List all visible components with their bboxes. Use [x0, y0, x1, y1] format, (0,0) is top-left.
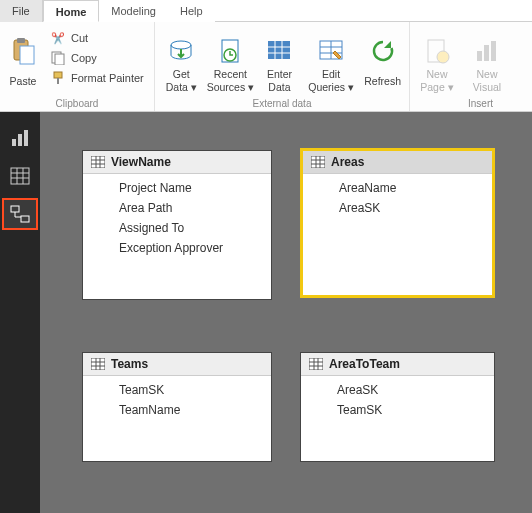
svg-rect-34 — [91, 156, 105, 168]
tab-modeling[interactable]: Modeling — [99, 0, 168, 22]
copy-button[interactable]: Copy — [45, 48, 148, 68]
group-insert-label: Insert — [413, 98, 529, 110]
paste-button[interactable]: Paste — [3, 24, 43, 94]
field[interactable]: Project Name — [83, 178, 271, 198]
format-painter-label: Format Painter — [71, 72, 144, 84]
recent-sources-icon — [215, 36, 245, 66]
svg-rect-39 — [311, 156, 325, 168]
field[interactable]: AreaSK — [303, 198, 492, 218]
table-areatoteam[interactable]: AreaToTeam AreaSK TeamSK — [300, 352, 495, 462]
svg-rect-1 — [17, 38, 25, 43]
table-icon — [309, 358, 323, 370]
tab-file[interactable]: File — [0, 0, 43, 22]
svg-rect-49 — [309, 358, 323, 370]
brush-icon — [49, 71, 67, 85]
tab-help[interactable]: Help — [168, 0, 215, 22]
group-external-label: External data — [158, 98, 406, 110]
svg-rect-23 — [491, 41, 496, 61]
svg-point-7 — [171, 41, 191, 49]
svg-rect-2 — [20, 46, 34, 64]
field[interactable]: Area Path — [83, 198, 271, 218]
table-icon — [311, 156, 325, 168]
format-painter-button[interactable]: Format Painter — [45, 68, 148, 88]
model-view-button[interactable] — [2, 198, 38, 230]
enter-data-icon — [264, 36, 294, 66]
table-title: Areas — [331, 155, 364, 169]
app-tabs: File Home Modeling Help — [0, 0, 532, 22]
new-page-label: New Page ▾ — [420, 68, 453, 94]
table-teams[interactable]: Teams TeamSK TeamName — [82, 352, 272, 462]
table-areas[interactable]: Areas AreaName AreaSK — [300, 148, 495, 298]
field[interactable]: TeamSK — [301, 400, 494, 420]
svg-rect-4 — [55, 54, 64, 65]
copy-icon — [49, 51, 67, 65]
svg-rect-27 — [11, 168, 29, 184]
svg-rect-21 — [477, 51, 482, 61]
copy-label: Copy — [71, 52, 97, 64]
field[interactable]: Assigned To — [83, 218, 271, 238]
table-title: AreaToTeam — [329, 357, 400, 371]
group-insert: New Page ▾ New Visual Insert — [410, 22, 532, 111]
new-visual-label: New Visual — [473, 68, 501, 94]
enter-data-button[interactable]: Enter Data — [256, 24, 303, 94]
get-data-icon — [166, 36, 196, 66]
edit-queries-label: Edit Queries ▾ — [308, 68, 354, 94]
recent-sources-button[interactable]: Recent Sources ▾ — [207, 24, 254, 94]
refresh-icon — [368, 36, 398, 66]
new-visual-icon — [472, 36, 502, 66]
table-title: ViewName — [111, 155, 171, 169]
svg-rect-22 — [484, 45, 489, 61]
group-clipboard: Paste ✂️ Cut Copy Format Painte — [0, 22, 155, 111]
get-data-button[interactable]: Get Data ▾ — [158, 24, 205, 94]
report-view-button[interactable] — [2, 122, 38, 154]
cut-label: Cut — [71, 32, 88, 44]
svg-rect-6 — [57, 78, 59, 84]
table-icon — [91, 358, 105, 370]
table-title: Teams — [111, 357, 148, 371]
cut-icon: ✂️ — [49, 32, 67, 45]
group-clipboard-label: Clipboard — [3, 98, 151, 110]
table-viewname[interactable]: ViewName Project Name Area Path Assigned… — [82, 150, 272, 300]
ribbon: Paste ✂️ Cut Copy Format Painte — [0, 22, 532, 112]
workspace: ViewName Project Name Area Path Assigned… — [0, 112, 532, 513]
svg-rect-33 — [21, 216, 29, 222]
svg-rect-26 — [24, 130, 28, 146]
svg-rect-25 — [18, 134, 22, 146]
svg-rect-44 — [91, 358, 105, 370]
svg-rect-5 — [54, 72, 62, 78]
cut-button[interactable]: ✂️ Cut — [45, 28, 148, 48]
new-page-icon — [422, 36, 452, 66]
field[interactable]: Exception Approver — [83, 238, 271, 258]
paste-label: Paste — [10, 68, 37, 94]
field[interactable]: TeamName — [83, 400, 271, 420]
refresh-button[interactable]: Refresh — [359, 24, 406, 94]
svg-rect-10 — [268, 41, 290, 59]
data-view-button[interactable] — [2, 160, 38, 192]
svg-point-20 — [437, 51, 449, 63]
new-visual-button: New Visual — [463, 24, 511, 94]
get-data-label: Get Data ▾ — [166, 68, 197, 94]
enter-data-label: Enter Data — [267, 68, 292, 94]
field[interactable]: AreaName — [303, 178, 492, 198]
refresh-label: Refresh — [364, 68, 401, 94]
paste-icon — [8, 36, 38, 66]
model-canvas[interactable]: ViewName Project Name Area Path Assigned… — [40, 112, 532, 513]
group-external: Get Data ▾ Recent Sources ▾ Enter Data E… — [155, 22, 410, 111]
table-icon — [91, 156, 105, 168]
new-page-button: New Page ▾ — [413, 24, 461, 94]
edit-queries-button[interactable]: Edit Queries ▾ — [305, 24, 358, 94]
svg-rect-24 — [12, 139, 16, 146]
recent-sources-label: Recent Sources ▾ — [207, 68, 254, 94]
svg-rect-32 — [11, 206, 19, 212]
tab-home[interactable]: Home — [43, 0, 100, 22]
field[interactable]: AreaSK — [301, 380, 494, 400]
view-rail — [0, 112, 40, 513]
field[interactable]: TeamSK — [83, 380, 271, 400]
edit-queries-icon — [316, 36, 346, 66]
